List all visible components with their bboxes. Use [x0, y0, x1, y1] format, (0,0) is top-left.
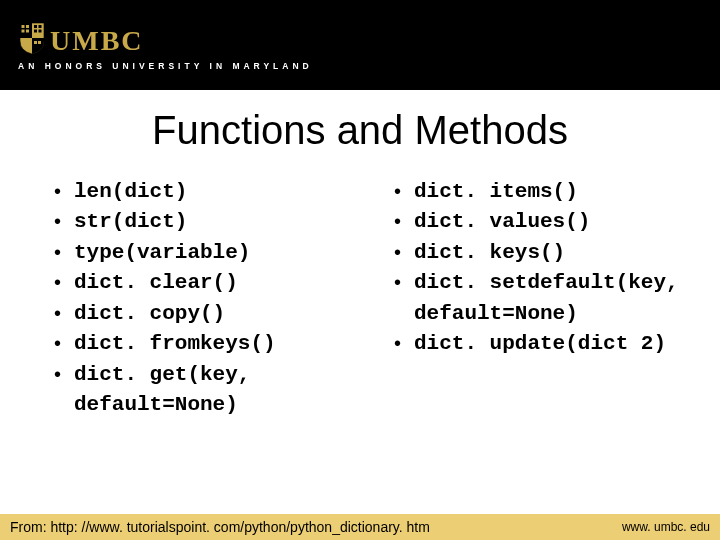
- footer-site: www. umbc. edu: [622, 520, 710, 534]
- list-item: type(variable): [50, 238, 350, 268]
- left-column: len(dict)str(dict)type(variable)dict. cl…: [50, 177, 350, 540]
- slide: UMBC AN HONORS UNIVERSITY IN MARYLAND Fu…: [0, 0, 720, 540]
- list-item: len(dict): [50, 177, 350, 207]
- list-item: str(dict): [50, 207, 350, 237]
- logo-row: UMBC: [18, 21, 702, 55]
- svg-rect-3: [26, 30, 29, 33]
- svg-rect-0: [22, 25, 25, 28]
- list-item: dict. get(key, default=None): [50, 360, 350, 421]
- svg-rect-10: [34, 41, 37, 44]
- tagline: AN HONORS UNIVERSITY IN MARYLAND: [18, 61, 702, 71]
- slide-title: Functions and Methods: [0, 108, 720, 153]
- footer-source: From: http: //www. tutorialspoint. com/p…: [10, 519, 430, 535]
- right-column: dict. items()dict. values()dict. keys()d…: [390, 177, 690, 540]
- svg-rect-5: [39, 25, 42, 28]
- list-item: dict. clear(): [50, 268, 350, 298]
- svg-rect-1: [26, 25, 29, 28]
- svg-rect-7: [39, 30, 42, 33]
- list-item: dict. update(dict 2): [390, 329, 690, 359]
- list-item: dict. setdefault(key, default=None): [390, 268, 690, 329]
- list-item: dict. copy(): [50, 299, 350, 329]
- logo-text: UMBC: [50, 27, 144, 55]
- svg-rect-11: [38, 41, 41, 44]
- right-list: dict. items()dict. values()dict. keys()d…: [390, 177, 690, 360]
- left-list: len(dict)str(dict)type(variable)dict. cl…: [50, 177, 350, 421]
- content-columns: len(dict)str(dict)type(variable)dict. cl…: [0, 177, 720, 540]
- svg-rect-6: [34, 30, 37, 33]
- list-item: dict. values(): [390, 207, 690, 237]
- list-item: dict. fromkeys(): [50, 329, 350, 359]
- list-item: dict. items(): [390, 177, 690, 207]
- svg-rect-2: [22, 30, 25, 33]
- header-bar: UMBC AN HONORS UNIVERSITY IN MARYLAND: [0, 0, 720, 90]
- svg-rect-4: [34, 25, 37, 28]
- svg-rect-8: [22, 41, 25, 44]
- shield-icon: [18, 21, 46, 55]
- svg-rect-9: [27, 41, 30, 44]
- footer-bar: From: http: //www. tutorialspoint. com/p…: [0, 514, 720, 540]
- list-item: dict. keys(): [390, 238, 690, 268]
